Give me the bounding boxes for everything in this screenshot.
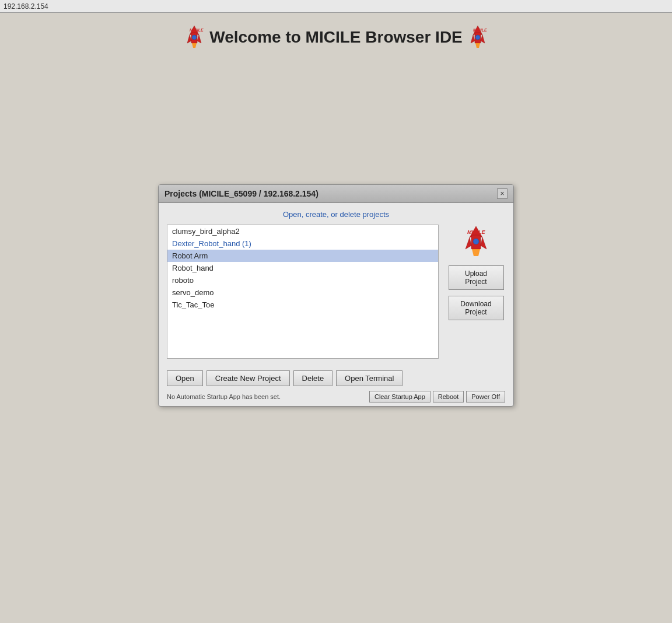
rocket-icon-right: MICILE xyxy=(467,24,488,50)
project-list-item[interactable]: Dexter_Robot_hand (1) xyxy=(167,237,438,250)
svg-text:MICILE: MICILE xyxy=(190,28,204,32)
project-list-item[interactable]: Robot Arm xyxy=(167,250,438,262)
projects-dialog: Projects (MICILE_65099 / 192.168.2.154) … xyxy=(158,184,514,407)
svg-point-18 xyxy=(473,239,479,244)
clear-startup-button[interactable]: Clear Startup App xyxy=(369,391,430,402)
page-content: MICILE Welcome to MICILE Browser IDE MIC… xyxy=(0,13,672,407)
project-list-item[interactable]: Tic_Tac_Toe xyxy=(167,299,438,311)
dialog-subtitle: Open, create, or delete projects xyxy=(167,210,505,219)
dialog-main: clumsy_bird_alpha2Dexter_Robot_hand (1)R… xyxy=(167,225,505,359)
svg-marker-5 xyxy=(192,43,197,48)
create-new-project-button[interactable]: Create New Project xyxy=(206,370,290,386)
dialog-title: Projects (MICILE_65099 / 192.168.2.154) xyxy=(164,189,318,198)
page-heading: Welcome to MICILE Browser IDE xyxy=(209,28,463,47)
dialog-footer: Open Create New Project Delete Open Term… xyxy=(159,366,513,406)
dialog-titlebar: Projects (MICILE_65099 / 192.168.2.154) … xyxy=(159,185,513,203)
svg-point-11 xyxy=(475,35,480,40)
open-button[interactable]: Open xyxy=(167,370,203,386)
svg-marker-3 xyxy=(197,35,201,43)
dialog-action-buttons: Open Create New Project Delete Open Term… xyxy=(167,370,505,386)
project-list-item[interactable]: Robot_hand xyxy=(167,262,438,274)
svg-marker-9 xyxy=(471,35,475,43)
power-off-button[interactable]: Power Off xyxy=(466,391,505,402)
dialog-close-button[interactable]: × xyxy=(497,188,508,199)
url-display: 192.168.2.154 xyxy=(4,2,48,10)
project-list-item[interactable]: servo_demo xyxy=(167,286,438,299)
svg-marker-10 xyxy=(481,35,485,43)
svg-marker-2 xyxy=(187,35,191,43)
status-row: No Automatic Startup App has been set. C… xyxy=(167,391,505,402)
reboot-button[interactable]: Reboot xyxy=(433,391,464,402)
upload-project-button[interactable]: UploadProject xyxy=(449,265,504,290)
top-bar: 192.168.2.154 xyxy=(0,0,672,13)
project-list-item[interactable]: clumsy_bird_alpha2 xyxy=(167,225,438,237)
project-list-container[interactable]: clumsy_bird_alpha2Dexter_Robot_hand (1)R… xyxy=(167,225,439,359)
svg-text:MICILE: MICILE xyxy=(467,229,485,235)
svg-marker-17 xyxy=(481,237,487,249)
rocket-icon-left: MICILE xyxy=(184,24,205,50)
dialog-sidebar: MICILE UploadProject DownloadProject xyxy=(447,225,505,359)
svg-marker-16 xyxy=(466,237,471,249)
delete-button[interactable]: Delete xyxy=(293,370,333,386)
svg-marker-12 xyxy=(475,43,480,48)
status-buttons: Clear Startup App Reboot Power Off xyxy=(369,391,505,402)
open-terminal-button[interactable]: Open Terminal xyxy=(336,370,402,386)
page-title-container: MICILE Welcome to MICILE Browser IDE MIC… xyxy=(184,24,488,50)
svg-marker-19 xyxy=(472,249,480,256)
svg-text:MICILE: MICILE xyxy=(473,28,487,32)
status-text: No Automatic Startup App has been set. xyxy=(167,393,281,400)
download-project-button[interactable]: DownloadProject xyxy=(449,296,504,320)
dialog-body: Open, create, or delete projects clumsy_… xyxy=(159,203,513,366)
project-list: clumsy_bird_alpha2Dexter_Robot_hand (1)R… xyxy=(167,225,438,311)
svg-point-4 xyxy=(192,35,197,40)
project-list-item[interactable]: roboto xyxy=(167,274,438,286)
micile-logo-sidebar: MICILE xyxy=(461,225,491,260)
